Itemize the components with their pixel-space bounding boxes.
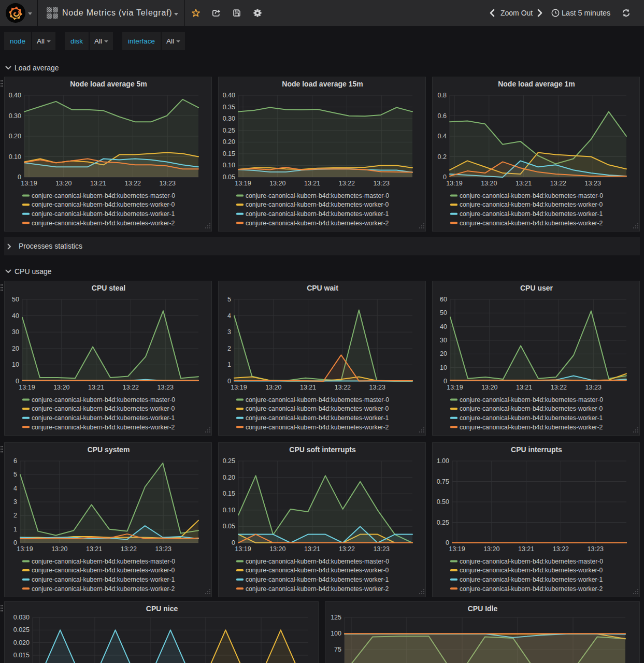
svg-text:13:20: 13:20 bbox=[269, 180, 285, 187]
svg-text:13:21: 13:21 bbox=[518, 545, 534, 553]
svg-text:13:20: 13:20 bbox=[483, 545, 499, 553]
svg-text:conjure-canonical-kubern-b4d:k: conjure-canonical-kubern-b4d:kubernetes-… bbox=[246, 405, 389, 412]
svg-text:conjure-canonical-kubern-b4d:k: conjure-canonical-kubern-b4d:kubernetes-… bbox=[32, 220, 175, 227]
svg-text:30: 30 bbox=[440, 337, 447, 344]
svg-text:0.20: 0.20 bbox=[223, 138, 235, 146]
svg-text:13:20: 13:20 bbox=[55, 180, 71, 187]
svg-text:0.40: 0.40 bbox=[223, 92, 235, 99]
svg-text:40: 40 bbox=[440, 323, 447, 330]
svg-text:13:19: 13:19 bbox=[21, 180, 37, 187]
svg-text:4: 4 bbox=[227, 312, 231, 320]
svg-text:13:19: 13:19 bbox=[235, 180, 251, 187]
svg-text:CPU system: CPU system bbox=[88, 445, 130, 454]
svg-text:13:22: 13:22 bbox=[123, 384, 139, 391]
svg-text:0.30: 0.30 bbox=[9, 112, 21, 120]
svg-text:conjure-canonical-kubern-b4d:k: conjure-canonical-kubern-b4d:kubernetes-… bbox=[246, 585, 389, 593]
svg-text:0.2: 0.2 bbox=[438, 153, 447, 161]
svg-text:0.020: 0.020 bbox=[13, 639, 30, 646]
svg-text:Node load average 5m: Node load average 5m bbox=[70, 80, 147, 88]
svg-text:13:22: 13:22 bbox=[335, 384, 351, 391]
svg-text:conjure-canonical-kubern-b4d:k: conjure-canonical-kubern-b4d:kubernetes-… bbox=[460, 396, 603, 403]
svg-text:20: 20 bbox=[12, 345, 19, 352]
svg-text:10: 10 bbox=[12, 361, 19, 368]
svg-text:60: 60 bbox=[440, 296, 447, 303]
svg-text:0.05: 0.05 bbox=[223, 174, 235, 181]
svg-text:13:21: 13:21 bbox=[300, 384, 316, 391]
svg-text:13:19: 13:19 bbox=[449, 545, 465, 553]
svg-text:13:20: 13:20 bbox=[481, 180, 497, 187]
svg-text:0.10: 0.10 bbox=[223, 507, 235, 514]
svg-text:conjure-canonical-kubern-b4d:k: conjure-canonical-kubern-b4d:kubernetes-… bbox=[460, 201, 603, 208]
svg-text:0.30: 0.30 bbox=[223, 115, 235, 122]
svg-text:0.15: 0.15 bbox=[223, 150, 235, 157]
svg-text:0.025: 0.025 bbox=[13, 626, 30, 633]
svg-text:CPU nice: CPU nice bbox=[146, 604, 178, 613]
svg-text:13:19: 13:19 bbox=[231, 384, 247, 391]
svg-text:CPU Idle: CPU Idle bbox=[468, 604, 498, 613]
svg-text:0.05: 0.05 bbox=[223, 523, 235, 530]
svg-text:0.015: 0.015 bbox=[13, 652, 30, 659]
svg-text:13:22: 13:22 bbox=[553, 545, 569, 553]
svg-text:1.00: 1.00 bbox=[437, 457, 449, 465]
svg-text:13:19: 13:19 bbox=[19, 384, 35, 391]
svg-text:13:23: 13:23 bbox=[588, 545, 604, 553]
svg-text:CPU soft interrupts: CPU soft interrupts bbox=[289, 445, 356, 454]
svg-text:4: 4 bbox=[13, 485, 17, 492]
svg-text:13:19: 13:19 bbox=[17, 545, 33, 553]
svg-text:2: 2 bbox=[227, 345, 231, 352]
svg-text:conjure-canonical-kubern-b4d:k: conjure-canonical-kubern-b4d:kubernetes-… bbox=[32, 405, 175, 412]
svg-text:13:22: 13:22 bbox=[339, 180, 355, 187]
svg-text:3: 3 bbox=[13, 498, 17, 506]
svg-text:conjure-canonical-kubern-b4d:k: conjure-canonical-kubern-b4d:kubernetes-… bbox=[460, 414, 603, 422]
svg-text:0.20: 0.20 bbox=[9, 133, 21, 140]
svg-text:conjure-canonical-kubern-b4d:k: conjure-canonical-kubern-b4d:kubernetes-… bbox=[460, 567, 603, 574]
svg-text:13:23: 13:23 bbox=[160, 180, 176, 187]
svg-text:13:21: 13:21 bbox=[88, 384, 104, 391]
svg-text:125: 125 bbox=[331, 614, 341, 621]
svg-text:conjure-canonical-kubern-b4d:k: conjure-canonical-kubern-b4d:kubernetes-… bbox=[246, 558, 389, 565]
svg-text:13:19: 13:19 bbox=[447, 384, 463, 391]
svg-text:conjure-canonical-kubern-b4d:k: conjure-canonical-kubern-b4d:kubernetes-… bbox=[460, 585, 603, 593]
svg-text:6: 6 bbox=[13, 457, 17, 465]
svg-text:Node load average 15m: Node load average 15m bbox=[282, 80, 363, 88]
svg-text:0.030: 0.030 bbox=[13, 614, 30, 621]
svg-text:conjure-canonical-kubern-b4d:k: conjure-canonical-kubern-b4d:kubernetes-… bbox=[460, 405, 603, 412]
svg-text:13:21: 13:21 bbox=[304, 545, 320, 553]
svg-text:0.15: 0.15 bbox=[223, 490, 235, 497]
svg-text:1: 1 bbox=[13, 526, 17, 533]
svg-text:13:20: 13:20 bbox=[269, 545, 285, 553]
svg-text:conjure-canonical-kubern-b4d:k: conjure-canonical-kubern-b4d:kubernetes-… bbox=[246, 192, 389, 199]
svg-text:conjure-canonical-kubern-b4d:k: conjure-canonical-kubern-b4d:kubernetes-… bbox=[460, 210, 603, 218]
svg-text:13:21: 13:21 bbox=[516, 180, 532, 187]
svg-text:13:21: 13:21 bbox=[86, 545, 102, 553]
svg-text:2: 2 bbox=[13, 512, 17, 519]
svg-text:50: 50 bbox=[440, 309, 447, 316]
svg-text:13:21: 13:21 bbox=[516, 384, 532, 391]
svg-text:conjure-canonical-kubern-b4d:k: conjure-canonical-kubern-b4d:kubernetes-… bbox=[246, 414, 389, 422]
svg-text:13:21: 13:21 bbox=[304, 180, 320, 187]
svg-text:conjure-canonical-kubern-b4d:k: conjure-canonical-kubern-b4d:kubernetes-… bbox=[246, 576, 389, 583]
svg-text:0.4: 0.4 bbox=[438, 133, 447, 140]
svg-text:13:20: 13:20 bbox=[51, 545, 67, 553]
svg-text:conjure-canonical-kubern-b4d:k: conjure-canonical-kubern-b4d:kubernetes-… bbox=[32, 414, 175, 422]
svg-text:conjure-canonical-kubern-b4d:k: conjure-canonical-kubern-b4d:kubernetes-… bbox=[32, 424, 175, 431]
svg-text:1: 1 bbox=[227, 361, 231, 368]
svg-text:CPU steal: CPU steal bbox=[92, 284, 125, 292]
svg-text:conjure-canonical-kubern-b4d:k: conjure-canonical-kubern-b4d:kubernetes-… bbox=[32, 585, 175, 593]
svg-text:13:22: 13:22 bbox=[550, 180, 566, 187]
svg-text:13:22: 13:22 bbox=[125, 180, 141, 187]
svg-text:conjure-canonical-kubern-b4d:k: conjure-canonical-kubern-b4d:kubernetes-… bbox=[460, 220, 603, 227]
svg-text:13:23: 13:23 bbox=[369, 384, 385, 391]
svg-text:conjure-canonical-kubern-b4d:k: conjure-canonical-kubern-b4d:kubernetes-… bbox=[246, 210, 389, 218]
svg-text:0.8: 0.8 bbox=[438, 92, 447, 99]
svg-text:0.40: 0.40 bbox=[9, 92, 21, 99]
svg-text:conjure-canonical-kubern-b4d:k: conjure-canonical-kubern-b4d:kubernetes-… bbox=[32, 192, 175, 199]
svg-text:13:23: 13:23 bbox=[374, 545, 390, 553]
svg-text:10: 10 bbox=[440, 364, 447, 371]
svg-text:conjure-canonical-kubern-b4d:k: conjure-canonical-kubern-b4d:kubernetes-… bbox=[32, 201, 175, 208]
svg-text:13:23: 13:23 bbox=[585, 180, 601, 187]
svg-text:13:19: 13:19 bbox=[235, 545, 251, 553]
svg-text:13:22: 13:22 bbox=[551, 384, 567, 391]
svg-text:13:23: 13:23 bbox=[158, 384, 174, 391]
svg-text:5: 5 bbox=[13, 471, 17, 478]
